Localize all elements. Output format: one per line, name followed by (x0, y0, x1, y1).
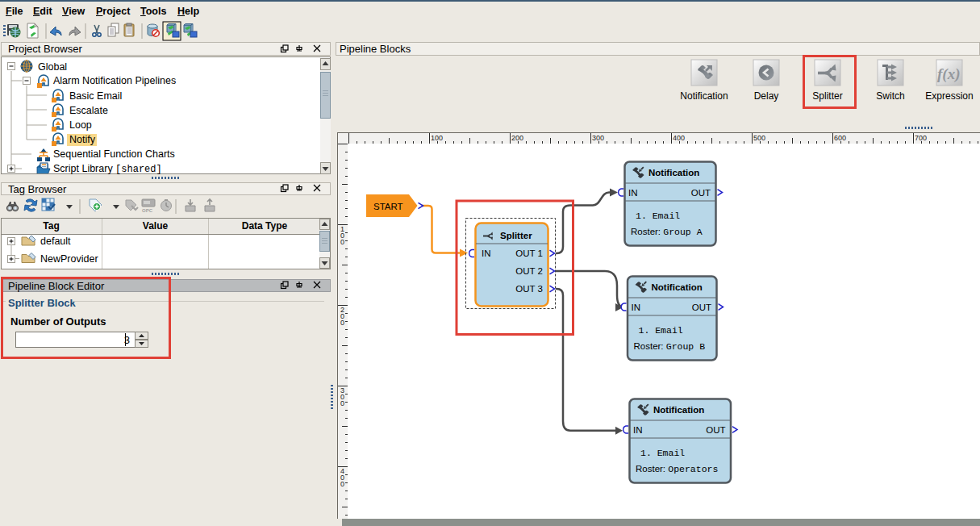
svg-text:600: 600 (834, 134, 846, 142)
svg-text:0: 0 (340, 399, 344, 407)
svg-text:Expression: Expression (925, 90, 973, 102)
svg-text:OUT: OUT (691, 188, 711, 198)
svg-text:Notification: Notification (648, 168, 699, 177)
svg-text:700: 700 (915, 134, 927, 142)
svg-text:OUT: OUT (706, 425, 725, 435)
svg-text:OPC: OPC (142, 208, 153, 213)
svg-text:f(x): f(x) (937, 65, 960, 83)
svg-text:100: 100 (431, 134, 443, 142)
svg-text:1. Email: 1. Email (639, 325, 683, 336)
svg-text:IN: IN (633, 425, 643, 435)
svg-text:500: 500 (753, 134, 765, 142)
svg-text:OUT 1: OUT 1 (515, 248, 543, 258)
svg-text:0: 0 (340, 319, 344, 327)
svg-text:OUT 3: OUT 3 (515, 284, 543, 294)
svg-text:Roster: Group A: Roster: Group A (631, 227, 703, 237)
svg-text:OUT: OUT (692, 303, 711, 312)
svg-text:OUT 2: OUT 2 (515, 266, 543, 276)
svg-text:IN: IN (628, 188, 638, 198)
svg-text:200: 200 (511, 134, 523, 142)
svg-text:Roster: Operators: Roster: Operators (636, 464, 718, 474)
svg-text:300: 300 (592, 134, 604, 142)
svg-text:IN: IN (482, 248, 491, 258)
svg-text:0: 0 (340, 480, 344, 488)
svg-text:Roster: Group B: Roster: Group B (634, 341, 706, 352)
svg-text:Notification: Notification (680, 90, 728, 102)
svg-text:0: 0 (340, 238, 344, 246)
svg-text:START: START (373, 202, 403, 211)
svg-text:Notification: Notification (652, 282, 703, 292)
svg-text:1. Email: 1. Email (640, 448, 685, 458)
svg-text:400: 400 (673, 134, 685, 142)
svg-text:IN: IN (632, 303, 641, 312)
svg-text:Switch: Switch (876, 90, 904, 102)
svg-text:Delay: Delay (754, 90, 779, 102)
svg-text:Notification: Notification (653, 405, 704, 415)
svg-text:1. Email: 1. Email (636, 211, 680, 221)
svg-text:Splitter: Splitter (500, 231, 532, 240)
